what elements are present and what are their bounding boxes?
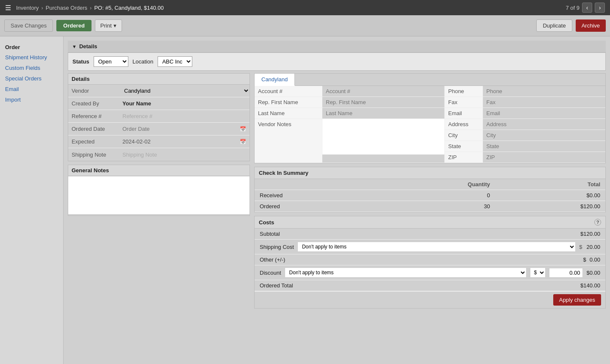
fax-input[interactable] <box>486 99 602 105</box>
state-input[interactable] <box>486 143 602 149</box>
ordered-button[interactable]: Ordered <box>56 20 92 31</box>
rep-first-name-value[interactable] <box>322 97 445 108</box>
vendor-tab-candyland[interactable]: Candyland <box>255 74 295 86</box>
last-name-input[interactable] <box>326 110 441 116</box>
save-changes-button[interactable]: Save Changes <box>4 19 53 32</box>
state-row: State <box>445 141 605 152</box>
vendor-notes-area-wrap[interactable] <box>322 119 445 163</box>
vendor-panel: Candyland Account # Phone <box>254 73 606 163</box>
email-value[interactable] <box>483 108 605 119</box>
check-in-summary: Check In Summary Quantity Total Received <box>254 167 606 212</box>
print-button[interactable]: Print ▾ <box>95 19 122 32</box>
status-label: Status <box>72 58 89 65</box>
expected-input[interactable] <box>119 137 240 146</box>
rep-first-name-label: Rep. First Name <box>255 97 322 108</box>
vendor-body: Account # Phone Rep. First Name <box>255 86 605 163</box>
fax-label: Fax <box>445 97 483 108</box>
address-input[interactable] <box>486 121 602 127</box>
received-qty: 0 <box>376 190 495 201</box>
ordered-date-input[interactable] <box>119 124 240 134</box>
other-amount: 0.00 <box>590 256 600 263</box>
vendor-notes-textarea[interactable] <box>322 119 444 154</box>
created-by-label: Created By <box>68 99 119 108</box>
fax-value[interactable] <box>483 97 605 108</box>
shipping-cost-select[interactable]: Don't apply to items Apply to items <box>297 242 576 252</box>
breadcrumb-current: PO: #5, Candyland, $140.00 <box>94 5 164 11</box>
ordered-total: $120.00 <box>495 201 605 212</box>
discount-select[interactable]: Don't apply to items Apply to items <box>285 267 527 278</box>
costs-help-icon[interactable]: ? <box>594 219 601 226</box>
address-value[interactable] <box>483 119 605 130</box>
subtotal-value: $120.00 <box>580 231 600 237</box>
address-block: Address City <box>445 119 605 163</box>
discount-value-input[interactable] <box>549 268 583 278</box>
shipping-note-label: Shipping Note <box>68 150 119 160</box>
details-sub-body: Vendor Candyland Created By Your Name Re… <box>68 85 250 161</box>
phone-input[interactable] <box>486 88 602 94</box>
summary-row-ordered: Ordered 30 $120.00 <box>255 201 605 212</box>
menu-icon[interactable]: ☰ <box>5 4 11 12</box>
sidebar-item-special-orders[interactable]: Special Orders <box>0 73 63 84</box>
prev-button[interactable]: ‹ <box>582 3 592 13</box>
archive-button[interactable]: Archive <box>576 19 606 32</box>
summary-col-total: Total <box>495 179 605 190</box>
zip-label: ZIP <box>445 152 483 163</box>
summary-table: Quantity Total Received 0 $0.00 Or <box>255 179 605 212</box>
zip-input[interactable] <box>486 154 602 160</box>
ordered-total-value: $140.00 <box>580 282 600 289</box>
sidebar-item-email[interactable]: Email <box>0 84 63 94</box>
reference-row: Reference # <box>68 110 250 123</box>
nav-inventory[interactable]: Inventory <box>16 5 39 11</box>
costs-header: Costs ? <box>255 216 605 229</box>
summary-row-received: Received 0 $0.00 <box>255 190 605 201</box>
rep-first-name-input[interactable] <box>326 99 441 105</box>
location-select[interactable]: ABC Inc Other <box>158 56 192 67</box>
ordered-date-calendar-icon[interactable]: 📅 <box>240 126 246 132</box>
content-area: ▼ Details Status Open Closed Pending Loc… <box>64 36 610 364</box>
sidebar-item-import[interactable]: Import <box>0 94 63 105</box>
account-input[interactable] <box>326 88 441 94</box>
city-row: City <box>445 130 605 141</box>
city-input[interactable] <box>486 132 602 138</box>
sidebar-item-shipment-history[interactable]: Shipment History <box>0 52 63 63</box>
main-layout: Order Shipment History Custom Fields Spe… <box>0 36 610 364</box>
discount-label: Discount <box>260 270 281 276</box>
account-value[interactable] <box>322 86 445 97</box>
vendor-select[interactable]: Candyland <box>119 85 250 96</box>
status-bar: Status Open Closed Pending Location ABC … <box>68 52 606 71</box>
phone-value[interactable] <box>483 86 605 97</box>
reference-input[interactable] <box>119 111 250 121</box>
nav-purchase-orders[interactable]: Purchase Orders <box>46 5 87 11</box>
state-value[interactable] <box>483 141 605 152</box>
expected-calendar-icon[interactable]: 📅 <box>240 139 246 145</box>
discount-currency-select[interactable]: $ <box>530 267 546 278</box>
details-sub-header: Details <box>68 73 250 85</box>
costs-other-row: Other (+/-) $ 0.00 <box>255 254 605 265</box>
apply-changes-button[interactable]: Apply changes <box>553 294 601 306</box>
ordered-qty: 30 <box>376 201 495 212</box>
sidebar-section-order: Order <box>0 41 63 52</box>
duplicate-button[interactable]: Duplicate <box>536 19 572 32</box>
general-notes-textarea[interactable] <box>68 176 250 214</box>
address-label: Address <box>445 119 483 130</box>
last-name-value[interactable] <box>322 108 445 119</box>
breadcrumb-sep-2: › <box>90 5 92 11</box>
city-value[interactable] <box>483 130 605 141</box>
nav-right: 7 of 9 ‹ › <box>566 3 605 13</box>
next-button[interactable]: › <box>595 3 605 13</box>
expected-date-wrap: 📅 <box>119 137 250 146</box>
shipping-note-row: Shipping Note <box>68 148 250 161</box>
costs-discount-row: Discount Don't apply to items Apply to i… <box>255 265 605 280</box>
email-input[interactable] <box>486 110 602 116</box>
details-collapse-icon[interactable]: ▼ <box>72 44 77 49</box>
sidebar-item-custom-fields[interactable]: Custom Fields <box>0 63 63 73</box>
shipping-note-input[interactable] <box>119 150 250 160</box>
general-notes-header: General Notes <box>68 165 250 176</box>
vendor-row-account: Account # Phone <box>255 86 605 97</box>
location-label: Location <box>133 58 153 65</box>
zip-value[interactable] <box>483 152 605 163</box>
details-section-header: ▼ Details <box>68 41 606 52</box>
status-select[interactable]: Open Closed Pending <box>94 56 128 67</box>
left-column: Details Vendor Candyland Created By Your… <box>68 73 250 309</box>
breadcrumb-sep-1: › <box>41 5 43 11</box>
